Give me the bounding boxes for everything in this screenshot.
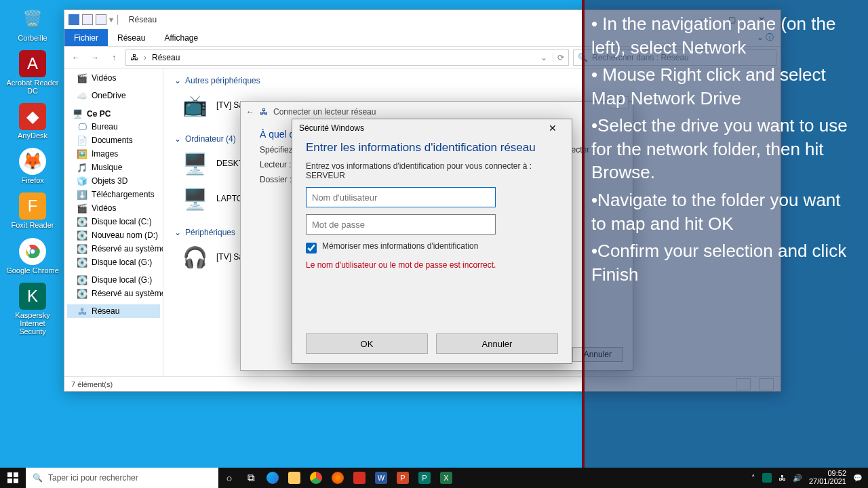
label: Documents [92, 136, 133, 145]
dialog-close-button[interactable]: ✕ [540, 120, 565, 136]
tray-chevron-icon[interactable]: ˄ [751, 474, 755, 483]
window-title: Réseau [129, 15, 157, 24]
nav-onedrive[interactable]: ☁️OneDrive [67, 89, 160, 102]
qat-btn-2[interactable] [96, 14, 106, 25]
taskbar-firefox[interactable] [327, 468, 349, 488]
back-button[interactable]: ← [68, 50, 83, 65]
refresh-icon[interactable]: ⟳ [553, 53, 564, 62]
nav-videos2[interactable]: 🎬Vidéos [67, 201, 160, 215]
dialog-titlebar[interactable]: Sécurité Windows ✕ [292, 119, 572, 137]
username-input[interactable] [306, 187, 496, 207]
nav-desktop[interactable]: 🖵Bureau [67, 120, 160, 134]
nav-documents[interactable]: 📄Documents [67, 134, 160, 147]
disk-icon: 💽 [77, 257, 87, 268]
tab-file[interactable]: Fichier [64, 29, 108, 46]
nav-downloads[interactable]: ⬇️Téléchargements [67, 188, 160, 201]
disk-icon: 💽 [77, 288, 87, 299]
password-input[interactable] [306, 214, 496, 235]
objects3d-icon: 🧊 [77, 176, 87, 186]
kaspersky-icon[interactable]: KKaspersky Internet Security [4, 281, 61, 337]
taskbar-pub[interactable]: P [414, 468, 435, 488]
label: Vidéos [92, 73, 116, 83]
tray-network-icon[interactable]: 🖧 [778, 474, 786, 482]
taskbar-search[interactable]: 🔍 Taper ici pour rechercher [26, 468, 218, 488]
taskbar-explorer[interactable] [283, 468, 305, 488]
taskbar-chrome[interactable] [305, 468, 327, 488]
disk-icon: 💽 [77, 243, 87, 254]
cortana-button[interactable]: ○ [218, 468, 240, 488]
nav-3d[interactable]: 🧊Objets 3D [67, 174, 160, 188]
video-icon: 🎬 [77, 73, 87, 83]
taskbar-excel[interactable]: X [435, 468, 457, 488]
task-view-button[interactable]: ⧉ [240, 468, 262, 488]
wizard-title: Connecter un lecteur réseau [273, 107, 376, 117]
label: Foxit Reader [12, 221, 54, 229]
search-placeholder: Taper ici pour rechercher [48, 473, 138, 483]
search-icon: 🔍 [33, 473, 43, 483]
start-button[interactable] [0, 468, 26, 488]
nav-disk-g2[interactable]: 💽Disque local (G:) [67, 273, 160, 287]
chrome-icon[interactable]: Google Chrome [4, 237, 61, 276]
recycle-bin[interactable]: 🗑️Corbeille [4, 4, 61, 43]
taskbar-edge[interactable] [262, 468, 283, 488]
desktop-icons: 🗑️Corbeille AAcrobat Reader DC ◆AnyDesk … [4, 4, 61, 337]
tab-view[interactable]: Affichage [155, 29, 208, 46]
network-drive-icon: 🖧 [260, 107, 268, 117]
nav-music[interactable]: 🎵Musique [67, 161, 160, 174]
nav-videos[interactable]: 🎬Vidéos [67, 71, 160, 85]
taskbar-ppt[interactable]: P [392, 468, 414, 488]
acrobat-icon[interactable]: AAcrobat Reader DC [4, 49, 61, 96]
publisher-icon: P [418, 472, 431, 484]
svg-rect-4 [14, 472, 18, 477]
remember-label: Mémoriser mes informations d'identificat… [322, 241, 478, 251]
instruction-1: • In the navigation pane (on the left), … [591, 12, 860, 59]
wizard-back-button[interactable]: ← [246, 107, 254, 117]
media-device-icon: 🎧 [180, 242, 210, 272]
notification-icon[interactable]: 💬 [853, 474, 863, 483]
up-button[interactable]: ↑ [106, 50, 121, 65]
label: Disque local (G:) [92, 258, 152, 267]
cancel-button[interactable]: Annuler [436, 333, 558, 354]
label: OneDrive [92, 91, 126, 100]
forward-button[interactable]: → [87, 50, 102, 65]
label: Musique [92, 163, 122, 172]
taskbar-word[interactable]: W [370, 468, 392, 488]
taskbar-anydesk[interactable] [349, 468, 370, 488]
remember-checkbox[interactable] [306, 243, 317, 253]
label: Réservé au système [92, 244, 163, 253]
download-icon: ⬇️ [77, 189, 87, 200]
shield-icon: K [19, 283, 46, 310]
chevron-icon: ⌄ [174, 228, 181, 237]
ok-button[interactable]: OK [306, 333, 428, 354]
instruction-overlay: • In the navigation pane (on the left), … [585, 0, 868, 468]
tray-volume-icon[interactable]: 🔊 [793, 474, 802, 483]
tab-network[interactable]: Réseau [108, 29, 155, 46]
nav-system-reserved2[interactable]: 💽Réservé au système [67, 287, 160, 300]
breadcrumb-text: Réseau [152, 53, 180, 62]
nav-disk-d[interactable]: 💽Nouveau nom (D:) [67, 228, 160, 242]
nav-network[interactable]: 🖧Réseau [67, 304, 160, 318]
system-tray: ˄ 🖧 🔊 09:52 27/01/2021 💬 [746, 470, 868, 485]
label: Ordinateur (4) [185, 134, 236, 144]
taskbar-clock[interactable]: 09:52 27/01/2021 [809, 470, 846, 485]
nav-images[interactable]: 🖼️Images [67, 147, 160, 161]
foxit-icon[interactable]: FFoxit Reader [4, 191, 61, 230]
nav-system-reserved[interactable]: 💽Réservé au système [67, 242, 160, 256]
label: Périphériques [185, 228, 235, 237]
chevron-icon: ⌄ [174, 134, 181, 144]
breadcrumb[interactable]: 🖧 › Réseau ⌄ ⟳ [125, 49, 569, 66]
label: Autres périphériques [185, 76, 260, 85]
remote-icon: ◆ [19, 103, 46, 130]
remember-checkbox-label[interactable]: Mémoriser mes informations d'identificat… [306, 241, 558, 253]
cloud-icon: ☁️ [77, 90, 87, 101]
nav-thispc[interactable]: 🖥️Ce PC [67, 106, 160, 120]
firefox-icon[interactable]: 🦊Firefox [4, 146, 61, 186]
prompt-text: Entrez vos informations d'identification… [306, 161, 532, 171]
nav-disk-c[interactable]: 💽Disque local (C:) [67, 215, 160, 228]
tray-kaspersky-icon[interactable] [762, 473, 772, 483]
computer-icon: 🖥️ [180, 184, 210, 214]
nav-disk-g[interactable]: 💽Disque local (G:) [67, 256, 160, 269]
qat-btn-1[interactable] [82, 14, 93, 25]
anydesk-icon[interactable]: ◆AnyDesk [4, 102, 61, 141]
chevron-down-icon[interactable]: ⌄ [540, 53, 547, 62]
